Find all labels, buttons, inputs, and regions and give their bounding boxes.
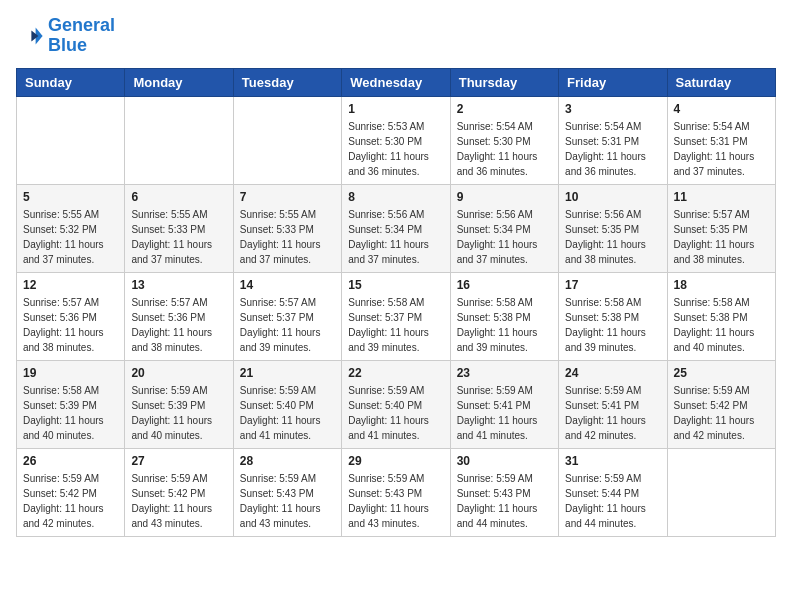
day-number: 13 (131, 278, 226, 292)
day-number: 26 (23, 454, 118, 468)
day-number: 3 (565, 102, 660, 116)
day-number: 30 (457, 454, 552, 468)
day-number: 16 (457, 278, 552, 292)
day-number: 17 (565, 278, 660, 292)
day-info: Sunrise: 5:58 AM Sunset: 5:39 PM Dayligh… (23, 383, 118, 443)
day-number: 2 (457, 102, 552, 116)
calendar-week-row: 19Sunrise: 5:58 AM Sunset: 5:39 PM Dayli… (17, 360, 776, 448)
day-info: Sunrise: 5:56 AM Sunset: 5:34 PM Dayligh… (457, 207, 552, 267)
calendar-cell: 18Sunrise: 5:58 AM Sunset: 5:38 PM Dayli… (667, 272, 775, 360)
day-number: 5 (23, 190, 118, 204)
day-info: Sunrise: 5:59 AM Sunset: 5:41 PM Dayligh… (565, 383, 660, 443)
day-number: 6 (131, 190, 226, 204)
calendar-cell: 4Sunrise: 5:54 AM Sunset: 5:31 PM Daylig… (667, 96, 775, 184)
day-info: Sunrise: 5:59 AM Sunset: 5:42 PM Dayligh… (131, 471, 226, 531)
day-number: 7 (240, 190, 335, 204)
calendar-table: SundayMondayTuesdayWednesdayThursdayFrid… (16, 68, 776, 537)
day-number: 20 (131, 366, 226, 380)
day-info: Sunrise: 5:56 AM Sunset: 5:34 PM Dayligh… (348, 207, 443, 267)
day-number: 19 (23, 366, 118, 380)
day-info: Sunrise: 5:57 AM Sunset: 5:36 PM Dayligh… (131, 295, 226, 355)
day-header-tuesday: Tuesday (233, 68, 341, 96)
calendar-cell: 24Sunrise: 5:59 AM Sunset: 5:41 PM Dayli… (559, 360, 667, 448)
calendar-week-row: 1Sunrise: 5:53 AM Sunset: 5:30 PM Daylig… (17, 96, 776, 184)
calendar-week-row: 26Sunrise: 5:59 AM Sunset: 5:42 PM Dayli… (17, 448, 776, 536)
calendar-cell: 3Sunrise: 5:54 AM Sunset: 5:31 PM Daylig… (559, 96, 667, 184)
calendar-cell: 26Sunrise: 5:59 AM Sunset: 5:42 PM Dayli… (17, 448, 125, 536)
day-info: Sunrise: 5:59 AM Sunset: 5:44 PM Dayligh… (565, 471, 660, 531)
day-number: 25 (674, 366, 769, 380)
day-info: Sunrise: 5:57 AM Sunset: 5:37 PM Dayligh… (240, 295, 335, 355)
calendar-cell: 7Sunrise: 5:55 AM Sunset: 5:33 PM Daylig… (233, 184, 341, 272)
calendar-cell: 14Sunrise: 5:57 AM Sunset: 5:37 PM Dayli… (233, 272, 341, 360)
calendar-cell: 8Sunrise: 5:56 AM Sunset: 5:34 PM Daylig… (342, 184, 450, 272)
calendar-cell (233, 96, 341, 184)
day-number: 31 (565, 454, 660, 468)
day-info: Sunrise: 5:58 AM Sunset: 5:38 PM Dayligh… (674, 295, 769, 355)
day-number: 10 (565, 190, 660, 204)
day-info: Sunrise: 5:59 AM Sunset: 5:40 PM Dayligh… (240, 383, 335, 443)
calendar-cell: 30Sunrise: 5:59 AM Sunset: 5:43 PM Dayli… (450, 448, 558, 536)
day-info: Sunrise: 5:59 AM Sunset: 5:42 PM Dayligh… (23, 471, 118, 531)
calendar-cell: 23Sunrise: 5:59 AM Sunset: 5:41 PM Dayli… (450, 360, 558, 448)
calendar-cell (17, 96, 125, 184)
day-info: Sunrise: 5:58 AM Sunset: 5:38 PM Dayligh… (565, 295, 660, 355)
calendar-cell (667, 448, 775, 536)
calendar-cell: 10Sunrise: 5:56 AM Sunset: 5:35 PM Dayli… (559, 184, 667, 272)
day-info: Sunrise: 5:54 AM Sunset: 5:31 PM Dayligh… (674, 119, 769, 179)
calendar-cell: 13Sunrise: 5:57 AM Sunset: 5:36 PM Dayli… (125, 272, 233, 360)
day-number: 29 (348, 454, 443, 468)
calendar-cell: 11Sunrise: 5:57 AM Sunset: 5:35 PM Dayli… (667, 184, 775, 272)
calendar-cell: 31Sunrise: 5:59 AM Sunset: 5:44 PM Dayli… (559, 448, 667, 536)
calendar-cell: 2Sunrise: 5:54 AM Sunset: 5:30 PM Daylig… (450, 96, 558, 184)
day-number: 23 (457, 366, 552, 380)
calendar-cell: 19Sunrise: 5:58 AM Sunset: 5:39 PM Dayli… (17, 360, 125, 448)
day-number: 9 (457, 190, 552, 204)
day-number: 12 (23, 278, 118, 292)
day-info: Sunrise: 5:59 AM Sunset: 5:43 PM Dayligh… (240, 471, 335, 531)
day-info: Sunrise: 5:56 AM Sunset: 5:35 PM Dayligh… (565, 207, 660, 267)
day-number: 22 (348, 366, 443, 380)
day-number: 1 (348, 102, 443, 116)
calendar-cell: 27Sunrise: 5:59 AM Sunset: 5:42 PM Dayli… (125, 448, 233, 536)
day-info: Sunrise: 5:58 AM Sunset: 5:38 PM Dayligh… (457, 295, 552, 355)
day-info: Sunrise: 5:59 AM Sunset: 5:42 PM Dayligh… (674, 383, 769, 443)
calendar-cell: 28Sunrise: 5:59 AM Sunset: 5:43 PM Dayli… (233, 448, 341, 536)
day-header-sunday: Sunday (17, 68, 125, 96)
calendar-cell: 5Sunrise: 5:55 AM Sunset: 5:32 PM Daylig… (17, 184, 125, 272)
calendar-cell: 25Sunrise: 5:59 AM Sunset: 5:42 PM Dayli… (667, 360, 775, 448)
day-info: Sunrise: 5:54 AM Sunset: 5:31 PM Dayligh… (565, 119, 660, 179)
day-info: Sunrise: 5:55 AM Sunset: 5:33 PM Dayligh… (131, 207, 226, 267)
logo: General Blue (16, 16, 115, 56)
day-number: 28 (240, 454, 335, 468)
page-header: General Blue (16, 16, 776, 56)
day-info: Sunrise: 5:59 AM Sunset: 5:43 PM Dayligh… (348, 471, 443, 531)
calendar-cell: 21Sunrise: 5:59 AM Sunset: 5:40 PM Dayli… (233, 360, 341, 448)
calendar-header-row: SundayMondayTuesdayWednesdayThursdayFrid… (17, 68, 776, 96)
calendar-week-row: 12Sunrise: 5:57 AM Sunset: 5:36 PM Dayli… (17, 272, 776, 360)
day-header-monday: Monday (125, 68, 233, 96)
day-number: 11 (674, 190, 769, 204)
day-number: 18 (674, 278, 769, 292)
day-info: Sunrise: 5:57 AM Sunset: 5:35 PM Dayligh… (674, 207, 769, 267)
day-info: Sunrise: 5:59 AM Sunset: 5:43 PM Dayligh… (457, 471, 552, 531)
day-info: Sunrise: 5:59 AM Sunset: 5:40 PM Dayligh… (348, 383, 443, 443)
calendar-cell: 12Sunrise: 5:57 AM Sunset: 5:36 PM Dayli… (17, 272, 125, 360)
day-header-wednesday: Wednesday (342, 68, 450, 96)
logo-text: General Blue (48, 16, 115, 56)
day-info: Sunrise: 5:59 AM Sunset: 5:41 PM Dayligh… (457, 383, 552, 443)
day-info: Sunrise: 5:55 AM Sunset: 5:33 PM Dayligh… (240, 207, 335, 267)
day-info: Sunrise: 5:55 AM Sunset: 5:32 PM Dayligh… (23, 207, 118, 267)
calendar-cell: 22Sunrise: 5:59 AM Sunset: 5:40 PM Dayli… (342, 360, 450, 448)
day-number: 24 (565, 366, 660, 380)
day-header-thursday: Thursday (450, 68, 558, 96)
day-header-saturday: Saturday (667, 68, 775, 96)
day-number: 8 (348, 190, 443, 204)
calendar-cell: 6Sunrise: 5:55 AM Sunset: 5:33 PM Daylig… (125, 184, 233, 272)
logo-icon (16, 22, 44, 50)
day-number: 27 (131, 454, 226, 468)
day-info: Sunrise: 5:59 AM Sunset: 5:39 PM Dayligh… (131, 383, 226, 443)
calendar-cell: 9Sunrise: 5:56 AM Sunset: 5:34 PM Daylig… (450, 184, 558, 272)
calendar-cell: 29Sunrise: 5:59 AM Sunset: 5:43 PM Dayli… (342, 448, 450, 536)
day-number: 4 (674, 102, 769, 116)
